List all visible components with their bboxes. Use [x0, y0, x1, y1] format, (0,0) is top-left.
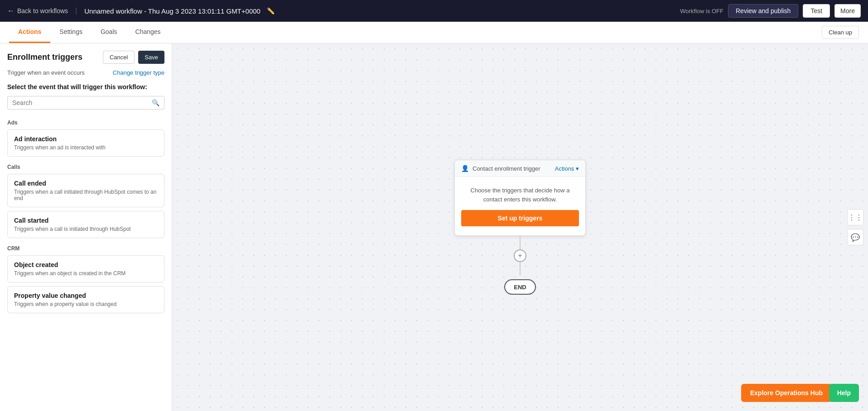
- trigger-item-title: Call started: [14, 217, 158, 224]
- main-layout: Enrollment triggers Cancel Save Trigger …: [0, 43, 868, 411]
- back-to-workflows-button[interactable]: ← Back to workflows: [7, 7, 68, 15]
- explore-operations-hub-button[interactable]: Explore Operations Hub: [741, 384, 832, 402]
- sidebar-actions: Cancel Save: [103, 51, 164, 64]
- enrollment-card-title: Contact enrollment trigger: [473, 165, 540, 172]
- trigger-item-call-ended[interactable]: Call ended Triggers when a call initiate…: [7, 174, 164, 207]
- search-box: 🔍: [7, 96, 164, 110]
- workflow-canvas: 👤 Contact enrollment trigger Actions ▾ C…: [172, 43, 868, 411]
- top-bar-right: Workflow is OFF Review and publish Test …: [680, 4, 861, 18]
- enrollment-card-body-text: Choose the triggers that decide how a co…: [461, 186, 579, 204]
- category-calls-label: Calls: [7, 164, 164, 170]
- contact-icon: 👤: [461, 165, 469, 172]
- review-publish-button[interactable]: Review and publish: [728, 4, 798, 18]
- trigger-item-call-started[interactable]: Call started Triggers when a call is ini…: [7, 211, 164, 238]
- help-button[interactable]: Help: [829, 384, 859, 402]
- back-label: Back to workflows: [17, 7, 68, 14]
- enrollment-card-header-left: 👤 Contact enrollment trigger: [461, 165, 540, 172]
- sub-nav-tabs: Actions Settings Goals Changes: [9, 22, 170, 43]
- tab-changes[interactable]: Changes: [126, 22, 170, 43]
- trigger-item-ad-interaction[interactable]: Ad interaction Triggers when an ad is in…: [7, 129, 164, 157]
- grid-tool-button[interactable]: ⋮⋮: [847, 209, 863, 225]
- save-button[interactable]: Save: [138, 51, 164, 64]
- trigger-item-title: Call ended: [14, 180, 158, 187]
- select-event-heading: Select the event that will trigger this …: [7, 83, 164, 91]
- more-button[interactable]: More: [834, 4, 861, 18]
- sub-nav-right: Clean up: [822, 26, 859, 39]
- workflow-canvas-content: 👤 Contact enrollment trigger Actions ▾ C…: [454, 160, 586, 295]
- sidebar-header: Enrollment triggers Cancel Save: [7, 51, 164, 64]
- trigger-item-title: Object created: [14, 261, 158, 268]
- sidebar: Enrollment triggers Cancel Save Trigger …: [0, 43, 172, 411]
- workflow-title: Unnamed workflow - Thu Aug 3 2023 13:01:…: [84, 7, 260, 15]
- clean-up-button[interactable]: Clean up: [822, 26, 859, 39]
- sub-nav: Actions Settings Goals Changes Clean up: [0, 22, 868, 43]
- trigger-item-desc: Triggers when a call initiated through H…: [14, 189, 158, 201]
- trigger-item-title: Property value changed: [14, 292, 158, 299]
- enrollment-trigger-card: 👤 Contact enrollment trigger Actions ▾ C…: [454, 160, 586, 236]
- tab-settings[interactable]: Settings: [50, 22, 92, 43]
- workflow-status: Workflow is OFF: [680, 8, 723, 14]
- setup-triggers-button[interactable]: Set up triggers: [461, 210, 579, 226]
- category-crm-label: CRM: [7, 245, 164, 252]
- enrollment-actions-link[interactable]: Actions ▾: [555, 165, 579, 172]
- enrollment-card-body: Choose the triggers that decide how a co…: [455, 177, 585, 235]
- search-icon: 🔍: [152, 99, 159, 106]
- change-trigger-type-link[interactable]: Change trigger type: [113, 69, 164, 76]
- connector-line-1: [520, 236, 521, 249]
- trigger-type-label: Trigger when an event occurs: [7, 69, 85, 76]
- trigger-type-row: Trigger when an event occurs Change trig…: [7, 69, 164, 76]
- back-arrow-icon: ←: [7, 7, 14, 15]
- trigger-item-property-value-changed[interactable]: Property value changed Triggers when a p…: [7, 286, 164, 313]
- add-step-button[interactable]: +: [514, 249, 526, 262]
- enrollment-card-header: 👤 Contact enrollment trigger Actions ▾: [455, 160, 585, 177]
- top-bar-left: ← Back to workflows | Unnamed workflow -…: [7, 7, 275, 15]
- trigger-item-desc: Triggers when an ad is interacted with: [14, 144, 158, 151]
- category-ads-label: Ads: [7, 119, 164, 126]
- tab-actions[interactable]: Actions: [9, 22, 50, 43]
- cancel-button[interactable]: Cancel: [103, 51, 135, 64]
- trigger-item-object-created[interactable]: Object created Triggers when an object i…: [7, 255, 164, 282]
- sidebar-title: Enrollment triggers: [7, 53, 82, 62]
- test-button[interactable]: Test: [803, 4, 830, 18]
- tab-goals[interactable]: Goals: [92, 22, 126, 43]
- trigger-item-desc: Triggers when a call is initiated throug…: [14, 226, 158, 232]
- trigger-item-title: Ad interaction: [14, 135, 158, 143]
- edit-icon[interactable]: ✏️: [267, 7, 275, 14]
- trigger-item-desc: Triggers when a property value is change…: [14, 301, 158, 307]
- trigger-item-desc: Triggers when an object is created in th…: [14, 270, 158, 277]
- top-bar: ← Back to workflows | Unnamed workflow -…: [0, 0, 868, 22]
- canvas-right-tools: ⋮⋮ 💬: [847, 209, 863, 245]
- search-input[interactable]: [12, 99, 152, 106]
- comment-tool-button[interactable]: 💬: [847, 229, 863, 245]
- connector-line-2: [520, 262, 521, 276]
- end-node: END: [504, 279, 536, 295]
- chevron-down-icon: ▾: [576, 165, 579, 172]
